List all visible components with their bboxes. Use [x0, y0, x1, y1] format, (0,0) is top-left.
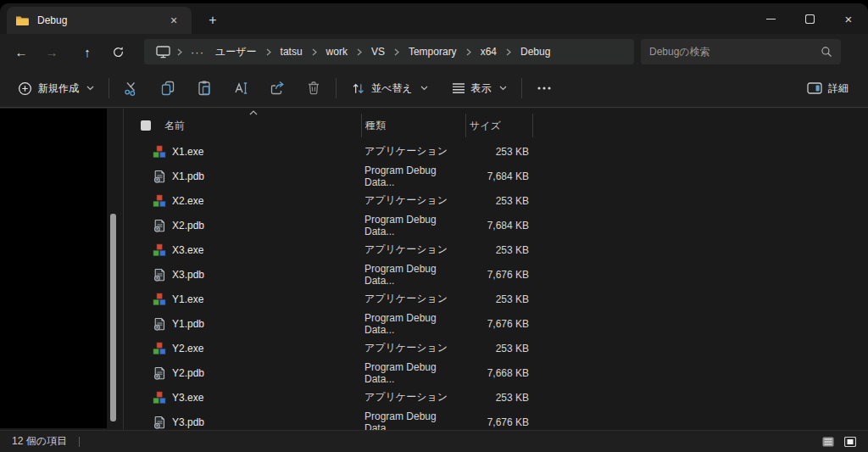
details-view-button[interactable]: [819, 433, 837, 450]
this-pc-icon[interactable]: [153, 46, 174, 59]
file-type-cell: Program Debug Data...: [361, 312, 465, 336]
exe-file-icon: [153, 293, 166, 306]
search-icon: [821, 46, 832, 58]
navigation-pane[interactable]: [0, 109, 107, 428]
cut-button[interactable]: [116, 75, 147, 102]
file-name-cell: Y1.exe: [124, 293, 361, 306]
folder-icon: [15, 14, 29, 26]
view-button-label: 表示: [471, 81, 492, 96]
status-bar: 12 個の項目: [0, 430, 868, 452]
file-name-cell: X3.exe: [124, 243, 361, 257]
chevron-down-icon: [420, 86, 428, 91]
exe-file-icon: [153, 391, 166, 405]
pdb-file-icon: [153, 219, 166, 232]
file-name: X1.pdb: [172, 170, 204, 182]
file-size-cell: 7,684 KB: [465, 170, 533, 182]
file-name-cell: Y3.pdb: [124, 416, 361, 429]
delete-button[interactable]: [298, 75, 329, 102]
file-row[interactable]: Y2.exe アプリケーション 253 KB: [124, 336, 868, 360]
file-size-cell: 253 KB: [465, 195, 533, 207]
file-row[interactable]: X1.pdb Program Debug Data... 7,684 KB: [124, 164, 868, 188]
file-type-cell: Program Debug Data...: [361, 263, 465, 287]
search-input[interactable]: [649, 46, 821, 58]
file-name-cell: Y1.pdb: [124, 317, 361, 331]
share-button[interactable]: [262, 75, 292, 102]
window-controls: ×: [751, 3, 868, 34]
file-type-cell: Program Debug Data...: [361, 214, 465, 237]
file-row[interactable]: Y3.exe アプリケーション 253 KB: [124, 385, 868, 410]
file-name-cell: Y3.exe: [124, 391, 361, 405]
search-box[interactable]: [641, 39, 841, 64]
view-button[interactable]: 表示: [444, 75, 515, 102]
paste-button[interactable]: [189, 75, 220, 102]
column-header-size[interactable]: サイズ: [465, 114, 533, 137]
file-name: Y2.exe: [172, 343, 203, 354]
new-tab-button[interactable]: +: [202, 10, 224, 31]
file-row[interactable]: Y1.exe アプリケーション 253 KB: [124, 287, 868, 311]
back-button[interactable]: ←: [7, 39, 36, 64]
file-row[interactable]: X1.exe アプリケーション 253 KB: [124, 139, 868, 164]
exe-file-icon: [153, 194, 166, 208]
column-header-type[interactable]: 種類: [361, 114, 465, 137]
file-row[interactable]: X2.pdb Program Debug Data... 7,684 KB: [124, 213, 868, 237]
breadcrumb-item[interactable]: Debug: [515, 43, 556, 60]
breadcrumb[interactable]: ···ユーザーtatsuworkVSTemporaryx64Debug: [144, 39, 634, 64]
exe-file-icon: [153, 243, 166, 257]
more-options-button[interactable]: [529, 75, 559, 102]
pdb-file-icon: [153, 317, 166, 331]
file-size-cell: 253 KB: [465, 392, 533, 404]
breadcrumb-overflow[interactable]: ···: [186, 46, 209, 59]
sort-ascending-icon: [249, 110, 258, 115]
copy-button[interactable]: [153, 75, 183, 102]
sort-button-label: 並べ替え: [371, 81, 413, 96]
file-size-cell: 7,676 KB: [465, 269, 533, 281]
rename-button[interactable]: [225, 75, 256, 102]
breadcrumb-item[interactable]: Temporary: [403, 43, 463, 60]
sort-button[interactable]: 並べ替え: [343, 75, 436, 102]
maximize-button[interactable]: [790, 3, 829, 34]
file-type-cell: アプリケーション: [361, 193, 465, 208]
pdb-file-icon: [153, 219, 166, 232]
file-row[interactable]: X3.pdb Program Debug Data... 7,676 KB: [124, 262, 868, 287]
file-row[interactable]: X2.exe アプリケーション 253 KB: [124, 188, 868, 213]
tab-debug[interactable]: Debug ×: [7, 7, 192, 34]
tab-close-icon[interactable]: ×: [164, 11, 183, 30]
up-button[interactable]: ↑: [73, 39, 102, 64]
exe-file-icon: [153, 145, 166, 159]
select-all-checkbox[interactable]: [141, 120, 151, 131]
file-name-cell: Y2.exe: [124, 342, 361, 355]
file-size-cell: 253 KB: [465, 293, 533, 305]
file-name-cell: X1.pdb: [124, 170, 361, 183]
details-pane-icon: [807, 82, 822, 94]
chevron-down-icon: [86, 86, 94, 91]
column-header-name[interactable]: 名前: [124, 114, 361, 137]
minimize-button[interactable]: [751, 3, 790, 34]
exe-file-icon: [153, 194, 166, 208]
refresh-button[interactable]: [103, 39, 132, 64]
file-name-cell: X1.exe: [124, 145, 361, 159]
breadcrumb-chevron-icon: [503, 48, 515, 56]
pdb-file-icon: [153, 366, 166, 380]
breadcrumb-item[interactable]: ユーザー: [209, 42, 263, 62]
forward-button[interactable]: →: [37, 39, 66, 64]
file-row[interactable]: Y2.pdb Program Debug Data... 7,668 KB: [124, 360, 868, 385]
view-toggle-group: [819, 433, 860, 450]
breadcrumb-chevron-icon: [463, 48, 475, 56]
chevron-down-icon: [499, 86, 507, 91]
file-name: Y1.exe: [172, 293, 203, 305]
breadcrumb-item[interactable]: x64: [475, 43, 503, 60]
breadcrumb-item[interactable]: tatsu: [275, 43, 309, 60]
file-row[interactable]: X3.exe アプリケーション 253 KB: [124, 237, 868, 262]
file-name: Y1.pdb: [172, 318, 204, 330]
vertical-scrollbar-thumb[interactable]: [110, 214, 116, 421]
close-button[interactable]: ×: [829, 3, 868, 34]
file-row[interactable]: Y1.pdb Program Debug Data... 7,676 KB: [124, 311, 868, 336]
details-pane-label: 詳細: [828, 81, 849, 96]
toolbar-divider: [336, 78, 337, 98]
file-name: Y3.exe: [172, 392, 203, 404]
breadcrumb-item[interactable]: VS: [365, 43, 391, 60]
details-pane-button[interactable]: 詳細: [799, 75, 856, 102]
large-icons-view-button[interactable]: [841, 433, 860, 450]
breadcrumb-item[interactable]: work: [320, 43, 353, 60]
new-button[interactable]: 新規作成: [10, 75, 102, 102]
